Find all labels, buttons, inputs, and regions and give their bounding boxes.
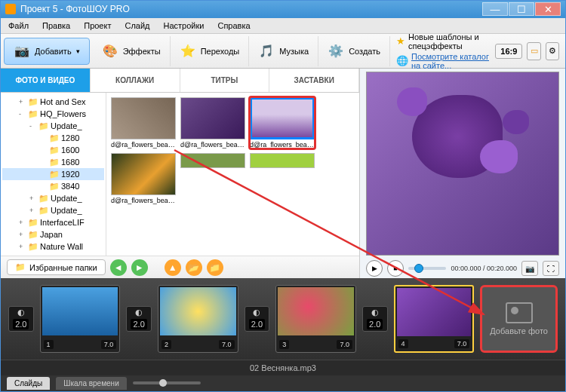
timeline[interactable]: ◐2.017.0◐2.027.0◐2.037.0◐2.047.0Добавьте… <box>1 278 565 360</box>
thumb-image <box>180 153 245 168</box>
tree-node[interactable]: 📁1920 <box>2 168 104 180</box>
thumbnail[interactable]: d@ra_flowers_beauty (45... <box>180 97 245 149</box>
tree-node[interactable]: +📁Japan <box>2 228 104 240</box>
expand-icon[interactable]: - <box>19 110 26 118</box>
tree-node[interactable]: 📁3840 <box>2 180 104 192</box>
thumb-caption: d@ra_flowers_beauty (45... <box>180 141 245 149</box>
time-display: 00:00.000 / 00:20.000 <box>451 265 517 272</box>
thumbnail[interactable]: d@ra_flowers_beauty (46... <box>250 97 315 149</box>
transition-slot[interactable]: ◐2.0 <box>362 306 388 332</box>
transition-icon: ◐ <box>253 308 260 317</box>
globe-icon: 🌐 <box>396 55 408 66</box>
transition-slot[interactable]: ◐2.0 <box>126 306 152 332</box>
tree-node[interactable]: +📁Nature Wall <box>2 240 104 253</box>
tree-label: Japan <box>40 230 63 239</box>
music-button[interactable]: 🎵 Музыка <box>249 36 318 66</box>
footer-tab-timeline[interactable]: Шкала времени <box>56 377 126 390</box>
expand-icon[interactable]: - <box>29 122 37 130</box>
timeline-slide[interactable]: 27.0 <box>158 285 238 353</box>
camera-small-icon: 📷 <box>525 265 534 273</box>
preview-area <box>366 72 559 256</box>
expand-icon[interactable]: + <box>19 231 26 238</box>
expand-icon[interactable]: + <box>29 207 37 214</box>
fullscreen-button[interactable]: ⛶ <box>543 261 559 276</box>
tree-node[interactable]: -📁HQ_Flowers <box>2 108 104 120</box>
footer-tab-slides[interactable]: Слайды <box>7 377 50 390</box>
expand-icon[interactable]: + <box>19 219 26 226</box>
zoom-handle[interactable] <box>159 379 167 387</box>
expand-icon[interactable]: + <box>29 194 37 202</box>
seek-handle[interactable] <box>414 264 423 273</box>
folder-up-button[interactable]: ▲ <box>165 259 181 276</box>
menu-project[interactable]: Проект <box>81 20 114 32</box>
tree-label: 1280 <box>61 133 79 142</box>
close-button[interactable]: ✕ <box>535 2 561 16</box>
tree-label: 1680 <box>61 158 79 167</box>
tab-collages[interactable]: КОЛЛАЖИ <box>91 69 180 92</box>
camera-icon: 📷 <box>14 43 30 60</box>
thumb-image <box>180 97 245 139</box>
expand-icon[interactable]: + <box>19 243 26 250</box>
transition-duration: 2.0 <box>367 319 383 329</box>
thumb-caption: d@ra_flowers_beauty (46... <box>250 141 315 149</box>
expand-icon[interactable]: + <box>19 98 26 106</box>
folder-open-button[interactable]: 📂 <box>186 259 202 276</box>
menu-settings[interactable]: Настройки <box>161 20 208 32</box>
create-label: Создать <box>349 47 380 56</box>
aspect-ratio-button[interactable]: 16:9 <box>495 44 522 59</box>
display-mode-button[interactable]: ▭ <box>527 42 540 60</box>
transitions-button[interactable]: ⭐ Переходы <box>171 36 250 66</box>
tree-node[interactable]: +📁InterfaceLIF <box>2 216 104 228</box>
create-button[interactable]: ⚙️ Создать <box>318 36 390 66</box>
nav-back-button[interactable]: ◄ <box>110 259 127 276</box>
minimize-button[interactable]: — <box>482 2 508 16</box>
transition-slot[interactable]: ◐2.0 <box>245 306 270 332</box>
tree-label: Update_ <box>51 121 82 130</box>
menu-file[interactable]: Файл <box>5 20 32 32</box>
seek-bar[interactable] <box>408 267 446 270</box>
folder-tree[interactable]: +📁Hot and Sex-📁HQ_Flowers-📁Update_📁1280📁… <box>1 93 106 256</box>
settings-button[interactable]: ⚙ <box>546 42 559 60</box>
monitor-icon: ▭ <box>531 46 538 56</box>
stop-button[interactable]: ■ <box>387 260 404 277</box>
thumbnail[interactable] <box>250 153 315 204</box>
add-photo-slot[interactable]: Добавьте фото <box>480 285 558 353</box>
promo-link[interactable]: Посмотрите каталог на сайте... <box>411 52 491 70</box>
tab-photo-video[interactable]: ФОТО И ВИДЕО <box>1 69 91 92</box>
snapshot-button[interactable]: 📷 <box>521 261 538 276</box>
maximize-button[interactable]: ☐ <box>509 2 534 16</box>
effects-label: Эффекты <box>123 47 161 56</box>
menu-help[interactable]: Справка <box>214 20 253 32</box>
folder-add-button[interactable]: 📁 <box>207 259 223 276</box>
tree-node[interactable]: +📁Update_ <box>2 204 104 216</box>
tree-node[interactable]: 📁1280 <box>2 132 104 144</box>
menu-edit[interactable]: Правка <box>39 20 73 32</box>
thumbnail[interactable]: d@ra_flowers_beauty (47... <box>111 153 176 204</box>
timeline-slide[interactable]: 47.0 <box>394 285 475 353</box>
tree-node[interactable]: +📁Hot and Sex <box>2 96 104 108</box>
transition-duration: 2.0 <box>131 319 146 329</box>
tab-screensavers[interactable]: ЗАСТАВКИ <box>269 69 359 92</box>
thumbnail[interactable]: d@ra_flowers_beauty (33... <box>111 97 176 149</box>
effects-button[interactable]: 🎨 Эффекты <box>93 36 171 66</box>
audio-track-bar[interactable]: 02 Веснянка.mp3 <box>1 360 565 375</box>
palette-icon: 🎨 <box>102 43 118 60</box>
tree-node[interactable]: -📁Update_ <box>2 120 104 132</box>
menu-slide[interactable]: Слайд <box>122 20 152 32</box>
tree-node[interactable]: 📁1680 <box>2 156 104 168</box>
cog-icon: ⚙ <box>549 46 556 56</box>
play-button[interactable]: ▶ <box>366 260 383 277</box>
tree-node[interactable]: 📁1600 <box>2 144 104 156</box>
timeline-slide[interactable]: 37.0 <box>275 285 356 353</box>
zoom-slider[interactable] <box>133 381 201 384</box>
favorites-button[interactable]: 📁 Избранные папки <box>7 259 106 275</box>
folder-icon: 📁 <box>28 109 38 119</box>
tab-titles[interactable]: ТИТРЫ <box>180 69 270 92</box>
add-button[interactable]: 📷 Добавить ▾ <box>4 38 90 65</box>
timeline-slide[interactable]: 17.0 <box>40 285 121 353</box>
tree-node[interactable]: +📁Update_ <box>2 192 104 204</box>
folder-icon: 📁 <box>28 97 38 107</box>
transition-slot[interactable]: ◐2.0 <box>8 306 34 332</box>
thumbnail[interactable] <box>180 153 245 204</box>
nav-forward-button[interactable]: ► <box>131 259 148 276</box>
